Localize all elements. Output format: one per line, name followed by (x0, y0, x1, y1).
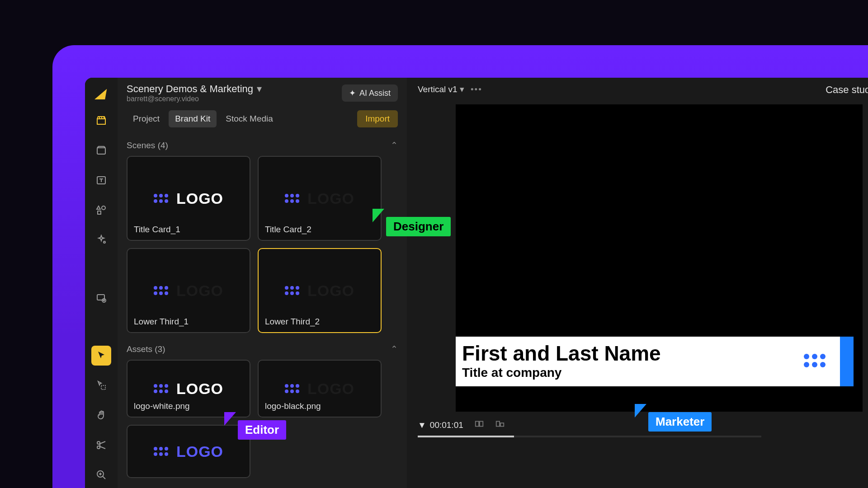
collab-cursor-marketer: Marketer (635, 404, 712, 432)
import-button[interactable]: Import (357, 110, 398, 127)
hand-icon[interactable] (91, 405, 111, 425)
svg-rect-14 (480, 422, 483, 427)
tab-stock-media[interactable]: Stock Media (219, 110, 279, 127)
right-project-dropdown[interactable]: Case study video▾ (826, 84, 868, 96)
scrubber[interactable] (418, 436, 761, 437)
assets-section: Assets (3) ⌃ LOGO logo-white.png LOGO lo… (118, 337, 407, 482)
svg-point-4 (104, 241, 105, 243)
svg-rect-0 (97, 148, 105, 154)
scenes-heading: Scenes (4) (127, 141, 168, 150)
tab-project[interactable]: Project (127, 110, 166, 127)
asset-card[interactable]: LOGO logo-white.png (127, 360, 250, 418)
cursor-pointer-icon (224, 412, 236, 426)
collab-cursor-editor: Editor (224, 412, 286, 440)
app-window: ◢ (85, 78, 868, 488)
media-add-icon[interactable] (91, 288, 111, 308)
svg-rect-13 (476, 422, 479, 427)
preview-stage[interactable]: First and Last Name Title at company (456, 104, 863, 412)
more-menu-icon[interactable]: ••• (471, 84, 482, 94)
user-email: barrett@scenery.video (127, 95, 262, 103)
zoom-icon[interactable] (91, 465, 111, 485)
cursor-pointer-icon (635, 404, 646, 418)
sparkle-small-icon: ✦ (349, 88, 356, 98)
timecode: 00:01:01 (430, 420, 463, 430)
scene-card-selected[interactable]: LOGO Lower Third_2 (258, 248, 382, 333)
container-icon[interactable] (91, 141, 111, 160)
tab-brand-kit[interactable]: Brand Kit (169, 110, 217, 127)
ai-assist-button[interactable]: ✦ AI Assist (342, 84, 398, 102)
svg-rect-15 (496, 422, 500, 427)
library-tabs: Project Brand Kit Stock Media Import (118, 106, 407, 133)
playhead-marker-icon: ▼ (418, 420, 426, 430)
scene-card[interactable]: LOGO Title Card_2 (258, 156, 382, 241)
project-title[interactable]: Scenery Demos & Marketing▾ (127, 83, 262, 95)
svg-rect-16 (500, 423, 504, 426)
svg-point-2 (102, 206, 105, 210)
collapse-icon[interactable]: ⌃ (391, 344, 398, 354)
split-left-icon[interactable] (474, 419, 484, 431)
scene-card[interactable]: LOGO Lower Third_1 (127, 248, 250, 333)
scissors-icon[interactable] (91, 435, 111, 455)
lower-third-name: First and Last Name (462, 341, 661, 366)
left-toolbar: ◢ (85, 78, 118, 488)
sparkle-icon[interactable] (91, 230, 111, 250)
cursor-pointer-icon (373, 209, 384, 222)
lower-third-title: Title at company (462, 366, 661, 380)
asset-card[interactable]: LOGO logo-black.png (258, 360, 382, 418)
scene-card[interactable]: LOGO Title Card_1 (127, 156, 250, 241)
logo-dots-icon (804, 354, 831, 367)
split-right-icon[interactable] (495, 419, 505, 431)
lower-third-preview[interactable]: First and Last Name Title at company (456, 337, 854, 386)
app-logo-icon: ◢ (95, 86, 108, 101)
clapper-icon[interactable] (91, 111, 111, 131)
pointer-box-icon[interactable] (91, 375, 111, 395)
variant-dropdown[interactable]: Vertical v1 ▾ (418, 84, 464, 94)
outer-frame: ◢ (52, 45, 868, 488)
assets-heading: Assets (3) (127, 344, 165, 354)
scenes-section: Scenes (4) ⌃ LOGO Title Card_1 LOGO Titl… (118, 133, 407, 337)
text-icon[interactable] (91, 170, 111, 190)
shapes-icon[interactable] (91, 200, 111, 220)
svg-rect-3 (98, 211, 101, 214)
svg-rect-7 (101, 385, 105, 389)
collab-cursor-designer: Designer (373, 209, 451, 236)
accent-bar (840, 337, 854, 386)
collapse-icon[interactable]: ⌃ (391, 140, 398, 150)
pointer-icon[interactable] (91, 346, 111, 366)
